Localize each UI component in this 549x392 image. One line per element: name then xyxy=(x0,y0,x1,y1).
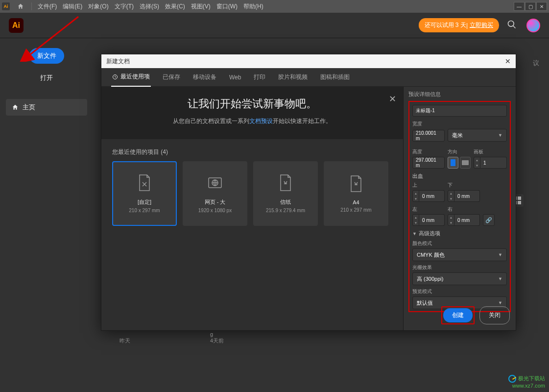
preset-name: A4 xyxy=(353,199,359,205)
raster-dropdown[interactable]: 高 (300ppi) ▼ xyxy=(412,272,507,285)
menu-effect[interactable]: 效果(C) xyxy=(162,2,188,11)
bleed-bottom-input[interactable]: ▲▼0 mm xyxy=(448,190,480,202)
preset-details-label: 预设详细信息 xyxy=(408,91,511,98)
tab-mobile[interactable]: 移动设备 xyxy=(192,68,217,86)
watermark-logo-icon xyxy=(508,375,516,383)
doc-preset-link[interactable]: 文档预设 xyxy=(249,118,273,124)
dialog-left-pane: ✕ 让我们开始尝试新事物吧。 从您自己的文档设置或一系列文档预设开始以快速开始工… xyxy=(101,87,403,330)
ai-logo: Ai xyxy=(9,18,24,33)
document-name-input[interactable]: 未标题-1 xyxy=(412,105,507,117)
watermark: 极光下载站 www.xz7.com xyxy=(508,375,545,389)
orientation-label: 方向 xyxy=(448,148,471,155)
artboard-stepper[interactable]: ▲▼ 1 xyxy=(474,157,507,169)
color-mode-value: CMYK 颜色 xyxy=(417,251,445,259)
preset-web-large[interactable]: 网页 - 大 1920 x 1080 px xyxy=(183,161,247,226)
open-button[interactable]: 打开 xyxy=(32,71,61,85)
tab-art[interactable]: 图稿和插图 xyxy=(319,68,351,86)
bleed-left-input[interactable]: ▲▼0 mm xyxy=(412,214,445,226)
tab-saved[interactable]: 已保存 xyxy=(162,68,181,86)
bg-text-1: 昨天 xyxy=(119,338,130,343)
menu-object[interactable]: 对象(O) xyxy=(85,2,111,11)
link-bleed-icon[interactable]: 🔗 xyxy=(483,214,495,226)
hero-subtitle: 从您自己的文档设置或一系列文档预设开始以快速开始工作。 xyxy=(121,117,383,125)
minimize-button[interactable]: — xyxy=(514,2,525,11)
menu-type[interactable]: 文字(T) xyxy=(112,2,137,11)
bleed-left-label: 左 xyxy=(412,206,445,213)
sidebar-item-home[interactable]: 主页 xyxy=(6,99,87,116)
bleed-top-input[interactable]: ▲▼0 mm xyxy=(412,190,445,202)
print-icon xyxy=(347,175,365,193)
raster-value: 高 (300ppi) xyxy=(417,275,443,283)
unit-dropdown[interactable]: 毫米 ▼ xyxy=(448,129,507,142)
width-label: 宽度 xyxy=(412,121,507,127)
color-mode-label: 颜色模式 xyxy=(412,240,507,247)
create-button[interactable]: 创建 xyxy=(443,308,473,322)
orientation-portrait[interactable] xyxy=(448,157,458,169)
artboard-input[interactable]: 1 xyxy=(480,157,507,169)
home-icon-small[interactable] xyxy=(16,1,25,11)
tab-web[interactable]: Web xyxy=(228,69,242,86)
menu-help[interactable]: 帮助(H) xyxy=(240,2,266,11)
menu-view[interactable]: 视图(V) xyxy=(188,2,214,11)
preview-label: 预览模式 xyxy=(412,288,507,295)
left-sidebar: 新文件 打开 主页 xyxy=(0,38,93,125)
new-file-button[interactable]: 新文件 xyxy=(29,48,64,64)
close-button[interactable]: 关闭 xyxy=(479,306,510,324)
tab-film[interactable]: 胶片和视频 xyxy=(277,68,309,86)
hero-title: 让我们开始尝试新事物吧。 xyxy=(121,97,383,111)
orientation-landscape[interactable] xyxy=(460,157,471,169)
search-icon[interactable] xyxy=(507,20,517,31)
close-window-button[interactable]: ✕ xyxy=(536,2,547,11)
menu-window[interactable]: 窗口(W) xyxy=(214,2,240,11)
width-input[interactable]: 210.0001 m xyxy=(412,130,445,142)
bleed-right-label: 右 xyxy=(448,206,480,213)
buy-now-link[interactable]: 立即购买 xyxy=(470,21,493,29)
bleed-label: 出血 xyxy=(412,172,507,180)
color-mode-dropdown[interactable]: CMYK 颜色 ▼ xyxy=(412,248,507,261)
menu-edit[interactable]: 编辑(E) xyxy=(60,2,85,11)
home-label: 主页 xyxy=(23,103,35,112)
orientation-toggle xyxy=(448,157,471,169)
tab-print[interactable]: 打印 xyxy=(253,68,266,86)
watermark-url: www.xz7.com xyxy=(508,383,545,389)
bg-text-2b: 4天前 xyxy=(210,338,224,343)
menu-file[interactable]: 文件(F) xyxy=(35,2,60,11)
trial-banner[interactable]: 还可以试用 3 天 | 立即购买 xyxy=(419,18,499,32)
clock-icon xyxy=(112,74,118,80)
window-controls: — ▢ ✕ xyxy=(513,2,547,11)
preview-value: 默认值 xyxy=(417,299,433,307)
bleed-top-label: 上 xyxy=(412,182,445,189)
maximize-button[interactable]: ▢ xyxy=(525,2,536,11)
artboard-label: 画板 xyxy=(474,148,507,155)
height-label: 高度 xyxy=(412,148,445,155)
print-icon xyxy=(277,174,294,192)
window-titlebar: Ai 文件(F) 编辑(E) 对象(O) 文字(T) 选择(S) 效果(C) 视… xyxy=(0,0,549,13)
bg-text-2a: g xyxy=(210,331,213,337)
annotation-red-box: 未标题-1 宽度 210.0001 m 毫米 ▼ 高度 297.0001 m xyxy=(408,101,511,312)
preset-name: 信纸 xyxy=(280,198,291,206)
chevron-down-icon: ▼ xyxy=(412,231,417,236)
bleed-right-input[interactable]: ▲▼0 mm xyxy=(448,214,480,226)
height-input[interactable]: 297.0001 m xyxy=(412,157,445,169)
hero-close-icon[interactable]: ✕ xyxy=(389,94,396,104)
preset-size: 1920 x 1080 px xyxy=(198,208,232,213)
user-avatar[interactable] xyxy=(526,19,540,32)
hero-text-1: 从您自己的文档设置或一系列 xyxy=(173,118,249,124)
tab-recent[interactable]: 最近使用项 xyxy=(111,68,151,87)
unit-value: 毫米 xyxy=(452,132,463,139)
preset-size: 215.9 x 279.4 mm xyxy=(266,208,305,213)
preset-a4[interactable]: A4 210 x 297 mm xyxy=(324,161,388,226)
svg-point-0 xyxy=(508,21,514,26)
preset-size: 210 x 297 mm xyxy=(129,208,160,213)
advanced-toggle[interactable]: ▼ 高级选项 xyxy=(412,230,507,237)
preset-letter[interactable]: 信纸 215.9 x 279.4 mm xyxy=(253,161,318,226)
trial-text: 还可以试用 3 天 xyxy=(425,21,466,29)
annotation-create-highlight: 创建 xyxy=(441,306,475,324)
preset-size: 210 x 297 mm xyxy=(340,207,371,213)
dialog-right-pane: 预设详细信息 未标题-1 宽度 210.0001 m 毫米 ▼ 高度 xyxy=(403,87,516,330)
menu-select[interactable]: 选择(S) xyxy=(137,2,162,11)
svg-line-1 xyxy=(513,25,516,28)
dialog-close-x[interactable]: ✕ xyxy=(505,57,511,65)
preset-grid: [自定] 210 x 297 mm 网页 - 大 1920 x 1080 px … xyxy=(101,161,403,330)
preset-custom[interactable]: [自定] 210 x 297 mm xyxy=(112,161,177,226)
